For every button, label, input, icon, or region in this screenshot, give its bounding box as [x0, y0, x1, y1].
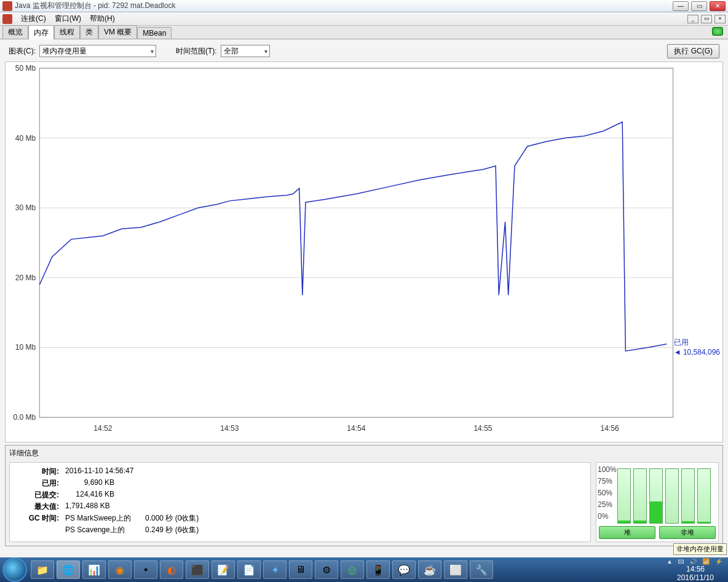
taskbar-item[interactable]: ◎	[341, 560, 364, 579]
svg-text:20 Mb: 20 Mb	[15, 273, 36, 282]
taskbar-item[interactable]: 🌐	[57, 560, 80, 579]
taskbar-item[interactable]: 📝	[212, 560, 235, 579]
svg-text:0.0 Mb: 0.0 Mb	[13, 413, 36, 422]
used-label: 已用:	[16, 478, 59, 489]
svg-text:14:56: 14:56	[600, 424, 619, 433]
memory-pools-chart: 100% 75% 50% 25% 0% 堆 非堆	[596, 462, 719, 542]
svg-text:14:52: 14:52	[93, 424, 112, 433]
taskbar-item[interactable]: ⬜	[444, 560, 467, 579]
details-values: 时间:2016-11-10 14:56:47 已用:9,690 KB 已提交:1…	[9, 462, 591, 542]
minimize-button[interactable]: —	[673, 1, 689, 11]
start-button[interactable]	[2, 557, 27, 582]
memory-chart: 0.0 Mb10 Mb20 Mb30 Mb40 Mb50 Mb14:5214:5…	[5, 61, 723, 442]
tab-threads[interactable]: 线程	[54, 25, 80, 39]
svg-text:30 Mb: 30 Mb	[15, 203, 36, 212]
memory-pool-bar[interactable]	[617, 468, 631, 524]
svg-text:14:55: 14:55	[473, 424, 492, 433]
taskbar-item[interactable]: ⬛	[186, 560, 209, 579]
close-button[interactable]: ✕	[710, 1, 726, 11]
taskbar-item[interactable]: ◐	[160, 560, 183, 579]
tooltip: 非堆内存使用量	[673, 543, 727, 555]
tab-vm[interactable]: VM 概要	[98, 25, 137, 39]
svg-text:40 Mb: 40 Mb	[15, 134, 36, 143]
java-icon	[2, 1, 12, 11]
chart-controls: 图表(C): 堆内存使用量 时间范围(T): 全部 执行 GC(G)	[4, 43, 724, 59]
taskbar-item[interactable]: 📊	[82, 560, 106, 579]
taskbar-item[interactable]: 📱	[366, 560, 390, 579]
java-icon	[2, 14, 12, 24]
taskbar-item[interactable]: 📁	[31, 560, 54, 579]
time-value: 2016-11-10 14:56:47	[65, 466, 133, 477]
tab-memory[interactable]: 内存	[28, 25, 54, 39]
memory-pool-bar[interactable]	[681, 468, 695, 524]
tab-mbean[interactable]: MBean	[137, 27, 172, 39]
menu-connect[interactable]: 连接(C)	[17, 12, 50, 25]
taskbar-item[interactable]: 🔧	[470, 560, 493, 579]
taskbar-item[interactable]: ▪	[134, 560, 157, 579]
memory-pool-bar[interactable]	[665, 468, 679, 524]
mdi-close-button[interactable]: ×	[714, 15, 726, 23]
used-value: 9,690 KB	[65, 478, 114, 489]
svg-text:14:54: 14:54	[347, 424, 365, 433]
committed-value: 124,416 KB	[65, 490, 114, 500]
time-label: 时间:	[16, 466, 59, 477]
menu-window[interactable]: 窗口(W)	[51, 12, 85, 25]
committed-label: 已提交:	[16, 490, 59, 500]
window-titlebar: Java 监视和管理控制台 - pid: 7292 mat.Deadlock —…	[0, 0, 728, 12]
max-label: 最大值:	[16, 501, 59, 512]
gc-label: GC 时间:	[16, 513, 59, 524]
chart-svg: 0.0 Mb10 Mb20 Mb30 Mb40 Mb50 Mb14:5214:5…	[6, 62, 722, 442]
taskbar-item[interactable]: ☕	[418, 560, 441, 579]
svg-text:50 Mb: 50 Mb	[15, 64, 36, 73]
taskbar-item[interactable]: ◉	[108, 560, 132, 579]
tab-classes[interactable]: 类	[80, 25, 98, 39]
tab-overview[interactable]: 概览	[2, 25, 28, 39]
svg-text:10 Mb: 10 Mb	[15, 344, 36, 352]
perform-gc-button[interactable]: 执行 GC(G)	[667, 44, 719, 58]
svg-rect-17	[39, 68, 673, 417]
mdi-restore-button[interactable]: ▭	[701, 15, 712, 23]
chart-legend: 已用 ◄ 10,584,096	[674, 337, 720, 356]
heap-button[interactable]: 堆	[599, 526, 655, 539]
mini-yticks: 100% 75% 50% 25% 0%	[598, 465, 617, 524]
memory-pool-bar[interactable]	[649, 468, 663, 524]
details-header: 详细信息	[7, 447, 721, 460]
connect-indicator-icon[interactable]	[712, 27, 723, 36]
taskbar-item[interactable]: 🖥	[289, 560, 312, 579]
system-tray[interactable]: ▲ 🖂 🔊 📶 ⚡ 14:56 2016/11/10	[663, 558, 728, 582]
chart-label: 图表(C):	[9, 46, 36, 57]
window-title: Java 监视和管理控制台 - pid: 7292 mat.Deadlock	[15, 1, 175, 11]
mdi-minimize-button[interactable]: _	[687, 15, 698, 23]
details-panel: 详细信息 时间:2016-11-10 14:56:47 已用:9,690 KB …	[5, 445, 723, 546]
taskbar-item[interactable]: ⚙	[315, 560, 338, 579]
chart-select[interactable]: 堆内存使用量	[39, 45, 156, 57]
window-buttons: — ▭ ✕	[673, 1, 726, 11]
timerange-label: 时间范围(T):	[176, 46, 217, 57]
taskbar: 📁 🌐 📊 ◉ ▪ ◐ ⬛ 📝 📄 ✦ 🖥 ⚙ ◎ 📱 💬 ☕ ⬜ 🔧 ▲ 🖂 …	[0, 557, 728, 582]
menu-help[interactable]: 帮助(H)	[86, 12, 119, 25]
taskbar-item[interactable]: ✦	[263, 560, 287, 579]
nonheap-button[interactable]: 非堆	[659, 526, 716, 539]
memory-pool-bar[interactable]	[633, 468, 647, 524]
workarea: 图表(C): 堆内存使用量 时间范围(T): 全部 执行 GC(G) 0.0 M…	[0, 39, 728, 557]
max-value: 1,791,488 KB	[65, 501, 110, 512]
taskbar-item[interactable]: 📄	[237, 560, 261, 579]
maximize-button[interactable]: ▭	[691, 1, 707, 11]
tabbar: 概览 内存 线程 类 VM 概要 MBean	[0, 26, 728, 39]
svg-text:14:53: 14:53	[220, 424, 239, 433]
timerange-select[interactable]: 全部	[221, 45, 270, 57]
taskbar-item[interactable]: 💬	[392, 560, 416, 579]
menubar: 连接(C) 窗口(W) 帮助(H) _ ▭ ×	[0, 12, 728, 26]
memory-pool-bar[interactable]	[697, 468, 711, 524]
